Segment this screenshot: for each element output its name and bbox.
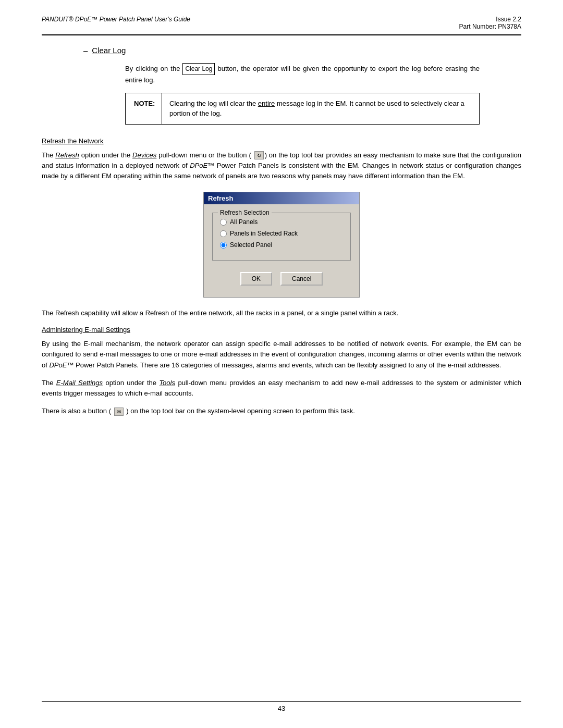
refresh-icon: ↻ xyxy=(254,151,264,159)
cancel-button[interactable]: Cancel xyxy=(280,272,323,286)
note-label: NOTE: xyxy=(126,93,162,124)
part-number: Part Number: PN378A xyxy=(459,23,521,30)
footer-divider xyxy=(42,701,521,702)
all-panels-label: All Panels xyxy=(230,218,258,226)
panels-rack-label: Panels in Selected Rack xyxy=(230,230,298,237)
para1-start: By clicking on the xyxy=(125,65,180,72)
header-right: Issue 2.2 Part Number: PN378A xyxy=(459,16,521,30)
page-header: PANDUIT® DPoE™ Power Patch Panel User's … xyxy=(42,16,521,30)
radio-panels-selected-rack[interactable]: Panels in Selected Rack xyxy=(220,230,343,237)
email-para3-end: ) on the top tool bar on the system-leve… xyxy=(126,407,355,415)
email-para1-cont: Power Patch Panels. There are 16 categor… xyxy=(76,361,501,369)
email-paragraph3: There is also a button ( ✉ ) on the top … xyxy=(42,406,521,416)
clear-log-heading-row: – Clear Log xyxy=(83,46,521,55)
refresh-paragraph2: The Refresh capability will allow a Refr… xyxy=(42,308,521,318)
radio-all-panels[interactable]: All Panels xyxy=(220,218,343,226)
email-settings-italic: E-Mail Settings xyxy=(56,379,103,387)
refresh-dialog: Refresh Refresh Selection All Panels Pan… xyxy=(203,192,360,298)
issue-number: Issue 2.2 xyxy=(459,16,521,23)
email-para3-start: There is also a button ( xyxy=(42,407,111,415)
email-para2-mid: option under the xyxy=(105,379,156,387)
dialog-body: Refresh Selection All Panels Panels in S… xyxy=(204,204,359,297)
ok-button[interactable]: OK xyxy=(240,272,272,286)
dash-icon: – xyxy=(83,46,88,55)
group-label: Refresh Selection xyxy=(218,209,272,216)
dpoe-italic1: DPoE™ xyxy=(190,162,214,169)
header-left: PANDUIT® DPoE™ Power Patch Panel User's … xyxy=(42,16,190,23)
note-text1: Clearing the log will clear the xyxy=(169,100,256,107)
tools-italic: Tools xyxy=(159,379,175,387)
refresh-italic: Refresh xyxy=(55,151,79,159)
refresh-selection-group: Refresh Selection All Panels Panels in S… xyxy=(212,213,351,261)
dialog-titlebar: Refresh xyxy=(204,192,359,204)
note-box: NOTE: Clearing the log will clear the en… xyxy=(125,93,480,125)
clear-log-title: Clear Log xyxy=(92,46,126,55)
email-icon: ✉ xyxy=(114,408,124,416)
email-paragraph2: The E-Mail Settings option under the Too… xyxy=(42,378,521,399)
selected-panel-label: Selected Panel xyxy=(230,241,272,249)
refresh-para-mid2: pull-down menu or the button ( xyxy=(158,151,251,159)
dialog-container: Refresh Refresh Selection All Panels Pan… xyxy=(42,192,521,298)
dpoe-italic2: DPoE™ xyxy=(49,361,74,369)
dialog-buttons: OK Cancel xyxy=(212,268,351,292)
clear-log-paragraph: By clicking on the Clear Log button, the… xyxy=(125,63,480,85)
refresh-para-start: The xyxy=(42,151,53,159)
note-content: Clearing the log will clear the entire m… xyxy=(162,93,479,124)
radio-selected-panel-input[interactable] xyxy=(220,242,227,249)
email-heading-container: Administering E-mail Settings xyxy=(42,326,521,334)
radio-all-panels-input[interactable] xyxy=(220,219,227,226)
refresh-paragraph1: The Refresh option under the Devices pul… xyxy=(42,150,521,181)
email-heading: Administering E-mail Settings xyxy=(42,326,521,334)
radio-panels-rack-input[interactable] xyxy=(220,230,227,237)
clear-log-button-ref: Clear Log xyxy=(182,63,215,75)
note-underline: entire xyxy=(258,100,275,107)
email-para2-start: The xyxy=(42,379,53,387)
page-number: 43 xyxy=(0,705,563,712)
refresh-para-mid1: option under the xyxy=(81,151,130,159)
radio-selected-panel[interactable]: Selected Panel xyxy=(220,241,343,249)
refresh-heading: Refresh the Network xyxy=(42,137,521,145)
email-paragraph1: By using the E-mail mechanism, the netwo… xyxy=(42,339,521,370)
refresh-heading-container: Refresh the Network xyxy=(42,137,521,145)
header-divider xyxy=(42,34,521,35)
devices-italic: Devices xyxy=(132,151,156,159)
